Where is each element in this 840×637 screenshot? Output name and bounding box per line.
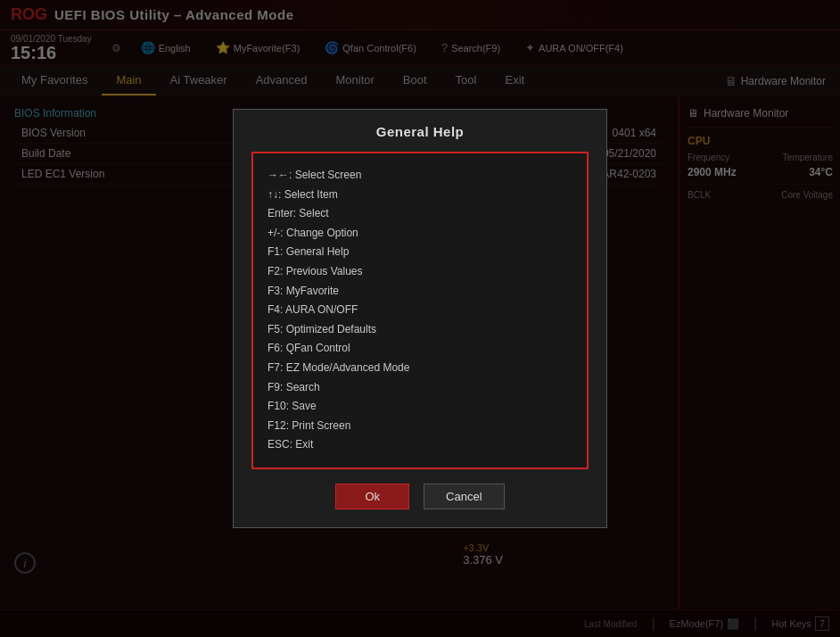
help-line-7: F3: MyFavorite [268, 282, 572, 302]
help-line-10: F6: QFan Control [268, 339, 572, 359]
dialog-content: →←: Select Screen ↑↓: Select Item Enter:… [251, 152, 589, 469]
help-line-5: F1: General Help [268, 243, 572, 262]
help-line-14: F12: Print Screen [268, 417, 572, 436]
help-line-6: F2: Previous Values [268, 262, 572, 282]
help-line-4: +/-: Change Option [268, 224, 572, 244]
help-line-9: F5: Optimized Defaults [268, 320, 572, 340]
main-container: ROG UEFI BIOS Utility – Advanced Mode 09… [0, 0, 840, 637]
ok-button[interactable]: Ok [335, 484, 409, 509]
help-line-15: ESC: Exit [268, 435, 572, 455]
help-line-1: →←: Select Screen [268, 166, 572, 186]
dialog-title: General Help [251, 124, 589, 139]
help-line-11: F7: EZ Mode/Advanced Mode [268, 359, 572, 378]
general-help-dialog: General Help →←: Select Screen ↑↓: Selec… [233, 109, 607, 528]
help-line-2: ↑↓: Select Item [268, 186, 572, 205]
dialog-buttons: Ok Cancel [251, 484, 589, 509]
help-line-8: F4: AURA ON/OFF [268, 301, 572, 320]
help-line-13: F10: Save [268, 397, 572, 417]
help-line-3: Enter: Select [268, 204, 572, 224]
dialog-overlay: General Help →←: Select Screen ↑↓: Selec… [0, 0, 840, 637]
cancel-button[interactable]: Cancel [424, 484, 504, 509]
help-line-12: F9: Search [268, 378, 572, 398]
